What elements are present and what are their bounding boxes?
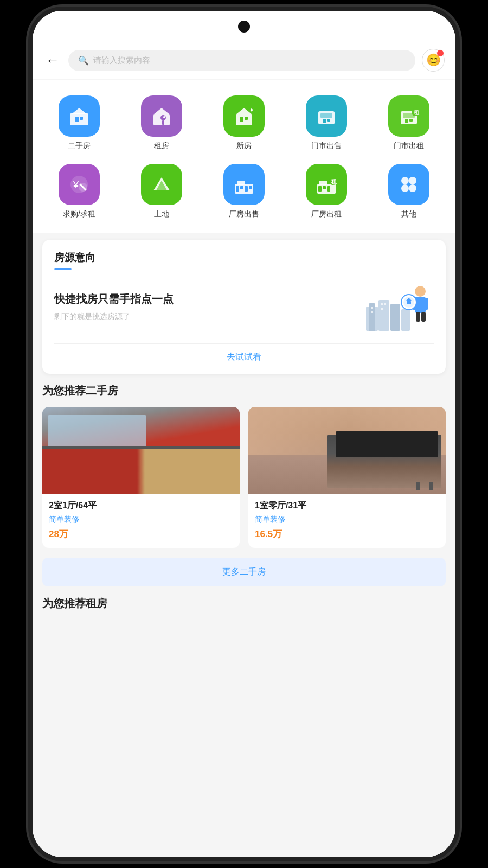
cat-icon-zufang [141,95,182,137]
fanguan-main-text: 快捷找房只需手指点一点 [54,292,174,307]
search-placeholder: 请输入搜索内容 [93,55,150,66]
svg-rect-51 [401,309,410,331]
fanguan-sub-text: 剩下的就是挑选房源了 [54,312,174,322]
title-underline [54,268,72,270]
svg-rect-61 [416,312,420,322]
svg-rect-33 [240,186,243,189]
cat-label-changfang-chuzhu: 厂房出租 [311,209,342,219]
property-info-2: 1室零厅/31平 简单装修 16.5万 [248,494,446,548]
svg-point-57 [415,286,426,297]
property-image-1 [42,407,240,494]
svg-rect-56 [381,308,383,310]
category-item-qiugou[interactable]: ¥ 求购/求租 [38,159,120,228]
svg-rect-17 [327,119,330,122]
svg-text:租: 租 [331,178,337,184]
cat-label-qiugou: 求购/求租 [63,209,95,219]
property-decor-2: 简单装修 [255,515,439,525]
category-item-tudi[interactable]: 土地 [120,159,203,228]
more-ershoufang-button[interactable]: 更多二手房 [42,558,446,586]
cat-icon-qita [388,164,429,205]
svg-point-44 [409,177,416,184]
cat-icon-menshi-chushou [306,95,347,137]
svg-rect-3 [80,117,83,120]
svg-marker-1 [71,108,87,114]
cat-icon-ershoufang [59,95,100,137]
go-try-button[interactable]: 去试试看 [227,352,261,361]
fanguan-title-bar: 房源意向 [54,251,434,270]
property-image-2 [248,407,446,494]
svg-point-46 [409,184,416,192]
cat-icon-tudi [141,164,182,205]
fanguan-illustration [363,279,434,334]
property-price-1: 28万 [49,528,233,540]
category-item-changfang-chushou[interactable]: 厂房出售 [203,159,285,228]
property-grid: 2室1厅/64平 简单装修 28万 [42,407,446,548]
svg-rect-7 [162,120,164,125]
svg-rect-40 [327,186,330,192]
property-spec-2: 1室零厅/31平 [255,500,439,512]
fanguan-section-title: 房源意向 [54,251,434,265]
recommend-zufang-title: 为您推荐租房 [42,596,446,611]
cat-label-zufang: 租房 [154,141,169,151]
category-item-xinfang[interactable]: ✦ 新房 [203,91,285,159]
svg-rect-50 [390,304,400,331]
svg-rect-31 [237,181,245,185]
back-button[interactable]: ← [43,50,62,71]
svg-rect-2 [75,117,79,122]
svg-rect-39 [323,186,326,189]
phone-frame: ← 🔍 请输入搜索内容 😊 [33,11,455,857]
svg-point-43 [401,177,409,184]
svg-rect-15 [320,113,332,118]
svg-point-45 [401,184,409,192]
cat-label-ershoufang: 二手房 [68,141,91,151]
svg-rect-0 [70,113,88,125]
property-spec-1: 2室1厅/64平 [49,500,233,512]
category-item-menshi-chuzhu[interactable]: 租 门市出租 [368,91,450,159]
go-try-section: 去试试看 [54,343,434,363]
category-item-changfang-chuzhu[interactable]: 租 厂房出租 [285,159,368,228]
svg-rect-38 [318,186,322,192]
cat-icon-qiugou: ¥ [59,164,100,205]
property-card-2[interactable]: 1室零厅/31平 简单装修 16.5万 [248,407,446,548]
property-info-1: 2室1厅/64平 简单装修 28万 [42,494,240,548]
fanguan-section: 房源意向 快捷找房只需手指点一点 剩下的就是挑选房源了 [42,240,446,374]
message-button[interactable]: 😊 [422,49,445,72]
svg-rect-55 [384,303,386,305]
svg-marker-4 [153,108,170,114]
header: ← 🔍 请输入搜索内容 😊 [33,43,455,79]
cat-label-tudi: 土地 [154,209,169,219]
cat-label-menshi-chuzhu: 门市出租 [394,141,424,151]
property-price-2: 16.5万 [255,528,439,540]
svg-rect-52 [371,307,373,309]
property-card-1[interactable]: 2室1厅/64平 简单装修 28万 [42,407,240,548]
category-item-menshi-chushou[interactable]: 门市出售 [285,91,368,159]
svg-rect-11 [240,117,243,122]
search-bar[interactable]: 🔍 请输入搜索内容 [68,50,415,71]
svg-rect-16 [323,119,326,123]
cat-label-changfang-chushou: 厂房出售 [229,209,259,219]
category-grid: 二手房 租房 [33,80,455,233]
recommend-ershoufang-title: 为您推荐二手房 [42,384,446,398]
svg-rect-9 [236,114,252,125]
cat-icon-changfang-chushou [223,164,265,205]
recommend-ershoufang-section: 为您推荐二手房 2室1厅/64平 简单装修 28万 [33,374,455,548]
cat-label-xinfang: 新房 [236,141,252,151]
svg-rect-66 [407,301,411,304]
category-item-zufang[interactable]: 租房 [120,91,203,159]
fanguan-text: 快捷找房只需手指点一点 剩下的就是挑选房源了 [54,292,174,322]
phone-screen: ← 🔍 请输入搜索内容 😊 [33,11,455,857]
svg-rect-60 [423,298,428,310]
svg-rect-53 [371,311,373,313]
camera-dot [238,21,250,33]
svg-rect-32 [236,186,239,192]
recommend-zufang-section: 为您推荐租房 [33,586,455,611]
svg-rect-20 [405,119,408,123]
category-item-ershoufang[interactable]: 二手房 [38,91,120,159]
svg-rect-21 [409,119,413,122]
cat-icon-changfang-chuzhu: 租 [306,164,347,205]
category-item-qita[interactable]: 其他 [368,159,450,228]
svg-text:租: 租 [413,110,420,116]
svg-rect-37 [319,181,327,185]
cat-icon-menshi-chuzhu: 租 [388,95,429,137]
svg-rect-12 [245,117,248,120]
